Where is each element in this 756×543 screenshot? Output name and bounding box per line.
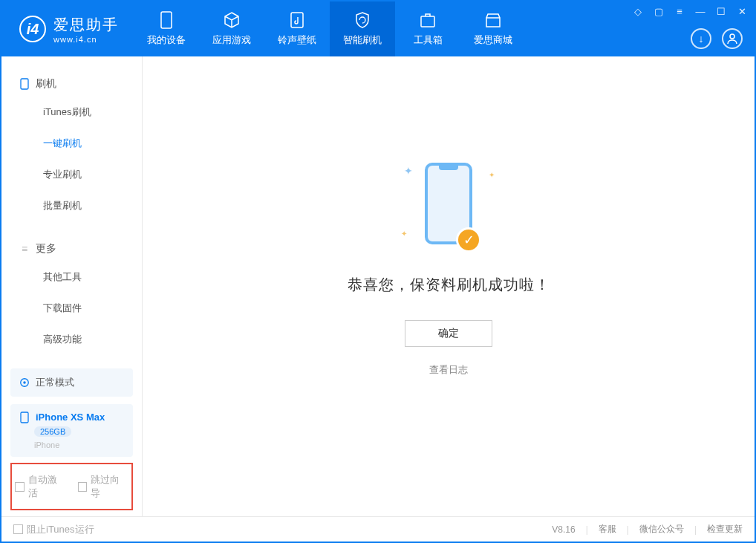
sidebar-item-oneclick-flash[interactable]: 一键刷机 (1, 128, 142, 159)
app-logo-icon: i4 (19, 16, 46, 42)
check-update-link[interactable]: 检查更新 (707, 523, 743, 536)
device-type: iPhone (34, 440, 124, 449)
minimize-icon[interactable]: — (694, 6, 707, 17)
checkbox-box-icon (15, 482, 25, 492)
sidebar-item-advanced[interactable]: 高级功能 (1, 324, 142, 355)
cube-icon (223, 11, 241, 29)
close-icon[interactable]: ✕ (735, 6, 749, 17)
view-log-link[interactable]: 查看日志 (429, 363, 468, 377)
tab-smart-flash[interactable]: 智能刷机 (330, 1, 395, 56)
phone-icon (157, 11, 175, 29)
logo-area: i4 爱思助手 www.i4.cn (1, 15, 134, 44)
tab-my-device[interactable]: 我的设备 (134, 1, 199, 56)
svg-point-6 (23, 381, 26, 384)
divider: | (586, 524, 588, 535)
checkbox-box-icon (13, 524, 23, 534)
sidebar-item-download-firmware[interactable]: 下载固件 (1, 293, 142, 324)
checkbox-auto-activate[interactable]: 自动激活 (15, 473, 66, 500)
app-url: www.i4.cn (53, 35, 119, 44)
checkbox-block-itunes[interactable]: 阻止iTunes运行 (13, 523, 94, 536)
version-label: V8.16 (552, 524, 575, 535)
app-name: 爱思助手 (53, 15, 119, 35)
checkbox-label: 阻止iTunes运行 (27, 523, 94, 536)
tab-label: 智能刷机 (343, 33, 382, 47)
sidebar-item-batch-flash[interactable]: 批量刷机 (1, 190, 142, 221)
device-phone-icon (19, 412, 30, 423)
device-info-box[interactable]: iPhone XS Max 256GB iPhone (10, 404, 133, 457)
svg-rect-4 (21, 79, 28, 89)
tab-label: 我的设备 (147, 33, 186, 47)
logo-text: 爱思助手 www.i4.cn (53, 15, 119, 44)
menu-small-icon: ≡ (19, 244, 30, 254)
divider: | (627, 524, 629, 535)
footer-right: V8.16 | 客服 | 微信公众号 | 检查更新 (552, 523, 743, 536)
sidebar: 刷机 iTunes刷机 一键刷机 专业刷机 批量刷机 ≡ 更多 其他工具 下载固… (1, 56, 143, 516)
tab-store[interactable]: 爱思商城 (460, 1, 526, 56)
checkmark-badge-icon: ✓ (456, 227, 481, 253)
device-name: iPhone XS Max (36, 412, 105, 423)
tab-label: 爱思商城 (474, 33, 512, 47)
sidebar-group-more: ≡ 更多 (1, 236, 142, 261)
svg-rect-1 (291, 13, 303, 27)
tab-apps[interactable]: 应用游戏 (199, 1, 264, 56)
header-right-buttons: ↓ (691, 28, 743, 49)
divider (1, 221, 142, 236)
maximize-icon[interactable]: ☐ (714, 6, 728, 17)
shirt-icon[interactable]: ◇ (631, 6, 645, 17)
tab-label: 应用游戏 (212, 33, 251, 47)
device-mode-box[interactable]: 正常模式 (10, 368, 133, 397)
main-area: 刷机 iTunes刷机 一键刷机 专业刷机 批量刷机 ≡ 更多 其他工具 下载固… (1, 56, 755, 516)
device-capacity: 256GB (34, 426, 71, 437)
svg-rect-2 (421, 16, 434, 27)
sidebar-bottom: 正常模式 iPhone XS Max 256GB iPhone 自动激活 跳过向… (1, 368, 142, 516)
checkbox-highlight-box: 自动激活 跳过向导 (10, 463, 133, 510)
store-icon (484, 11, 502, 29)
svg-rect-0 (161, 12, 172, 28)
mode-label: 正常模式 (36, 376, 74, 389)
sparkle-icon: ✦ (401, 230, 407, 238)
support-link[interactable]: 客服 (599, 523, 616, 536)
tab-toolbox[interactable]: 工具箱 (395, 1, 460, 56)
phone-notch (439, 166, 458, 170)
group-label: 更多 (36, 242, 56, 256)
footer-left: 阻止iTunes运行 (13, 523, 94, 536)
sidebar-item-other-tools[interactable]: 其他工具 (1, 261, 142, 293)
sidebar-item-itunes-flash[interactable]: iTunes刷机 (1, 97, 142, 128)
device-name-row: iPhone XS Max (19, 412, 124, 423)
sidebar-group-flash: 刷机 (1, 71, 142, 97)
group-label: 刷机 (36, 77, 56, 91)
menu-icon[interactable]: ≡ (673, 6, 686, 17)
tab-label: 工具箱 (414, 33, 443, 47)
music-file-icon (288, 11, 306, 29)
refresh-shield-icon (353, 11, 371, 29)
success-illustration: ✦ ✦ ✦ ✓ (397, 152, 501, 256)
lock-icon[interactable]: ▢ (652, 6, 665, 17)
tab-label: 铃声壁纸 (278, 33, 316, 47)
sidebar-item-pro-flash[interactable]: 专业刷机 (1, 159, 142, 190)
sparkle-icon: ✦ (404, 165, 413, 177)
content-area: ✦ ✦ ✦ ✓ 恭喜您，保资料刷机成功啦！ 确定 查看日志 (143, 56, 755, 516)
download-button[interactable]: ↓ (691, 28, 711, 49)
window-controls: ◇ ▢ ≡ — ☐ ✕ (631, 6, 749, 17)
checkbox-skip-guide[interactable]: 跳过向导 (78, 473, 129, 500)
checkbox-label: 自动激活 (28, 473, 66, 500)
header: i4 爱思助手 www.i4.cn 我的设备 应用游戏 铃声壁纸 智能刷机 工具… (1, 1, 755, 56)
checkbox-box-icon (78, 482, 88, 492)
phone-small-icon (19, 79, 30, 89)
divider: | (694, 524, 697, 535)
main-tabs: 我的设备 应用游戏 铃声壁纸 智能刷机 工具箱 爱思商城 (134, 1, 526, 56)
footer: 阻止iTunes运行 V8.16 | 客服 | 微信公众号 | 检查更新 (1, 516, 755, 542)
confirm-button[interactable]: 确定 (405, 320, 492, 347)
success-message: 恭喜您，保资料刷机成功啦！ (348, 275, 550, 295)
checkbox-label: 跳过向导 (91, 473, 128, 500)
account-button[interactable] (722, 28, 743, 49)
mode-icon (19, 377, 30, 388)
sparkle-icon: ✦ (489, 171, 495, 179)
wechat-link[interactable]: 微信公众号 (639, 523, 684, 536)
briefcase-icon (419, 11, 437, 29)
tab-ringtones[interactable]: 铃声壁纸 (264, 1, 330, 56)
svg-rect-7 (21, 412, 28, 423)
svg-point-3 (730, 34, 734, 39)
